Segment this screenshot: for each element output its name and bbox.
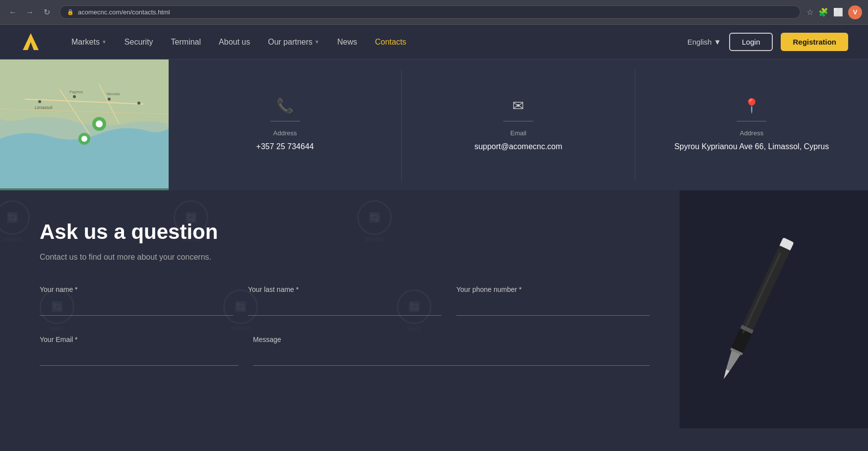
svg-point-13 [81,136,87,142]
chevron-down-icon: ▼ [314,39,319,45]
email-input[interactable] [40,348,238,366]
form-group-email: Your Email * [40,336,238,366]
email-value: support@acomecnc.com [474,141,562,153]
nav-link-security[interactable]: Security [124,38,153,47]
nav-link-partners[interactable]: Our partners ▼ [268,38,319,47]
location-value: Spyrou Kyprianou Ave 66, Limassol, Cypru… [674,141,829,153]
message-input[interactable] [253,348,650,366]
nav-right: English ▼ Login Registration [687,33,848,51]
chevron-down-icon: ▼ [714,38,721,46]
extensions-icon[interactable]: 🧩 [818,7,828,17]
svg-text:Limassol: Limassol [35,105,53,110]
svg-rect-17 [680,200,868,428]
contact-divider [503,121,533,121]
email-label: Your Email * [40,336,238,343]
nav-link-news[interactable]: News [337,38,357,47]
name-input[interactable] [40,298,233,316]
contact-divider [270,121,300,121]
phone-input[interactable] [456,298,650,316]
ask-form-area: 🔄 WFMEO 🔄 WaFMO 🔄 WHFMO [0,190,680,428]
ask-title: Ask us a question [40,220,650,244]
nav-links: Markets ▼ Security Terminal About us Our… [71,38,687,47]
forward-button[interactable]: → [23,5,37,19]
contact-section: Limassol Paphos Nicosia 📞 Address +357 2… [0,59,868,190]
svg-text:Paphos: Paphos [69,90,83,94]
lastname-input[interactable] [248,298,441,316]
user-avatar[interactable]: V [848,5,862,19]
login-button[interactable]: Login [729,33,773,51]
register-button[interactable]: Registration [781,33,848,51]
form-group-phone: Your phone number * [456,285,650,316]
svg-point-9 [137,102,140,105]
reload-button[interactable]: ↻ [40,5,54,19]
contact-info-panels: 📞 Address +357 25 734644 ✉ Email support… [169,59,868,190]
email-icon: ✉ [512,98,524,114]
form-row-2: Your Email * Message [40,336,650,366]
phone-label: Your phone number * [456,285,650,293]
contact-panel-phone: 📞 Address +357 25 734644 [169,69,402,180]
chevron-down-icon: ▼ [102,39,107,45]
contact-panel-email: ✉ Email support@acomecnc.com [402,69,635,180]
logo-svg [20,31,42,53]
nav-logo[interactable] [20,31,42,53]
phone-label: Address [273,129,297,137]
profile-icon[interactable]: ⬜ [833,7,843,17]
contact-divider [737,121,766,121]
svg-point-7 [73,95,76,98]
svg-marker-0 [23,33,39,50]
svg-point-8 [108,98,111,101]
browser-toolbar-right: ☆ 🧩 ⬜ V [806,5,862,19]
lock-icon: 🔒 [67,9,74,15]
map-svg: Limassol Paphos Nicosia [0,59,169,188]
contact-panel-location: 📍 Address Spyrou Kyprianou Ave 66, Limas… [635,69,868,180]
browser-nav-buttons: ← → ↻ [6,5,54,19]
location-icon: 📍 [743,98,760,114]
back-button[interactable]: ← [6,5,20,19]
ask-subtitle: Contact us to find out more about your c… [40,253,650,262]
language-selector[interactable]: English ▼ [687,38,721,46]
browser-chrome: ← → ↻ 🔒 acomecnc.com/en/contacts.html ☆ … [0,0,868,25]
svg-point-11 [96,120,103,127]
form-row-1: Your name * Your last name * Your phone … [40,285,650,316]
ask-section: 🔄 WFMEO 🔄 WaFMO 🔄 WHFMO [0,190,868,428]
navbar: Markets ▼ Security Terminal About us Our… [0,25,868,59]
svg-text:Nicosia: Nicosia [107,92,120,96]
form-group-message: Message [253,336,650,366]
main-content: Limassol Paphos Nicosia 📞 Address +357 2… [0,59,868,428]
pen-decoration-svg [680,200,868,428]
nav-link-contacts[interactable]: Contacts [375,38,406,47]
address-bar[interactable]: 🔒 acomecnc.com/en/contacts.html [60,5,801,19]
url-text: acomecnc.com/en/contacts.html [78,8,170,16]
map-container: Limassol Paphos Nicosia [0,59,169,190]
location-label: Address [740,129,763,137]
nav-link-terminal[interactable]: Terminal [171,38,201,47]
bookmark-icon[interactable]: ☆ [806,7,813,17]
email-label: Email [510,129,527,137]
lastname-label: Your last name * [248,285,441,293]
phone-value: +357 25 734644 [256,141,314,153]
nav-link-markets[interactable]: Markets ▼ [71,38,107,47]
form-group-lastname: Your last name * [248,285,441,316]
svg-point-6 [38,100,41,103]
form-group-name: Your name * [40,285,233,316]
ask-image-area [680,190,868,428]
phone-icon: 📞 [276,98,294,114]
name-label: Your name * [40,285,233,293]
message-label: Message [253,336,650,343]
nav-link-aboutus[interactable]: About us [219,38,250,47]
